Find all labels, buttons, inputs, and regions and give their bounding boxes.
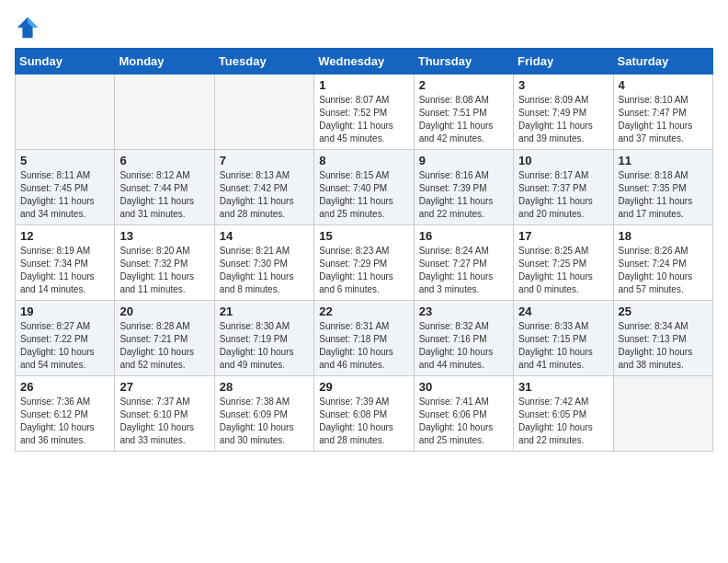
calendar-day-cell: 13Sunrise: 8:20 AM Sunset: 7:32 PM Dayli… [115, 225, 214, 301]
calendar-day-cell: 4Sunrise: 8:10 AM Sunset: 7:47 PM Daylig… [613, 75, 712, 150]
day-number: 4 [619, 78, 708, 92]
day-info: Sunrise: 8:23 AM Sunset: 7:29 PM Dayligh… [319, 245, 408, 296]
day-number: 30 [419, 380, 508, 394]
day-number: 9 [419, 154, 508, 167]
day-info: Sunrise: 8:34 AM Sunset: 7:13 PM Dayligh… [619, 320, 708, 372]
day-info: Sunrise: 8:21 AM Sunset: 7:30 PM Dayligh… [220, 245, 309, 296]
calendar-day-cell: 19Sunrise: 8:27 AM Sunset: 7:22 PM Dayli… [16, 301, 115, 376]
calendar-day-cell: 30Sunrise: 7:41 AM Sunset: 6:06 PM Dayli… [414, 376, 513, 452]
weekday-header-friday: Friday [514, 49, 613, 75]
day-number: 16 [419, 229, 508, 243]
calendar-day-cell: 26Sunrise: 7:36 AM Sunset: 6:12 PM Dayli… [16, 376, 115, 452]
logo [15, 15, 44, 40]
calendar-day-cell [115, 75, 214, 150]
day-number: 12 [20, 229, 109, 243]
weekday-header-saturday: Saturday [613, 49, 712, 75]
day-number: 31 [518, 380, 608, 394]
day-info: Sunrise: 7:39 AM Sunset: 6:08 PM Dayligh… [319, 396, 408, 447]
day-number: 25 [619, 304, 708, 318]
calendar-day-cell: 5Sunrise: 8:11 AM Sunset: 7:45 PM Daylig… [16, 150, 115, 225]
calendar-day-cell [214, 75, 313, 150]
calendar-day-cell: 12Sunrise: 8:19 AM Sunset: 7:34 PM Dayli… [16, 225, 115, 301]
day-info: Sunrise: 8:24 AM Sunset: 7:27 PM Dayligh… [419, 245, 508, 296]
day-number: 21 [220, 304, 309, 318]
day-number: 17 [518, 229, 608, 243]
day-number: 2 [419, 78, 508, 92]
calendar-day-cell [613, 376, 712, 452]
page-header [15, 15, 713, 40]
day-number: 14 [220, 229, 309, 243]
day-info: Sunrise: 8:09 AM Sunset: 7:49 PM Dayligh… [518, 94, 608, 145]
day-number: 13 [119, 229, 209, 243]
day-number: 23 [419, 304, 508, 318]
day-info: Sunrise: 7:38 AM Sunset: 6:09 PM Dayligh… [220, 396, 309, 447]
day-number: 10 [518, 154, 608, 167]
calendar-header-row: SundayMondayTuesdayWednesdayThursdayFrid… [16, 49, 713, 75]
day-info: Sunrise: 7:36 AM Sunset: 6:12 PM Dayligh… [20, 396, 109, 447]
day-info: Sunrise: 8:10 AM Sunset: 7:47 PM Dayligh… [619, 94, 708, 145]
calendar-day-cell: 11Sunrise: 8:18 AM Sunset: 7:35 PM Dayli… [613, 150, 712, 225]
day-number: 6 [119, 154, 209, 167]
day-info: Sunrise: 8:28 AM Sunset: 7:21 PM Dayligh… [119, 320, 209, 372]
calendar-day-cell: 16Sunrise: 8:24 AM Sunset: 7:27 PM Dayli… [414, 225, 513, 301]
calendar-day-cell: 31Sunrise: 7:42 AM Sunset: 6:05 PM Dayli… [514, 376, 613, 452]
calendar-week-row: 1Sunrise: 8:07 AM Sunset: 7:52 PM Daylig… [16, 75, 713, 150]
calendar-day-cell: 23Sunrise: 8:32 AM Sunset: 7:16 PM Dayli… [414, 301, 513, 376]
day-number: 29 [319, 380, 408, 394]
day-number: 26 [20, 380, 109, 394]
day-number: 15 [319, 229, 408, 243]
day-number: 27 [119, 380, 209, 394]
day-number: 22 [319, 304, 408, 318]
day-info: Sunrise: 8:17 AM Sunset: 7:37 PM Dayligh… [518, 169, 608, 221]
day-info: Sunrise: 8:18 AM Sunset: 7:35 PM Dayligh… [619, 169, 708, 221]
calendar-day-cell: 9Sunrise: 8:16 AM Sunset: 7:39 PM Daylig… [414, 150, 513, 225]
day-info: Sunrise: 8:19 AM Sunset: 7:34 PM Dayligh… [20, 245, 109, 296]
calendar-day-cell: 15Sunrise: 8:23 AM Sunset: 7:29 PM Dayli… [314, 225, 414, 301]
day-info: Sunrise: 8:33 AM Sunset: 7:15 PM Dayligh… [518, 320, 608, 372]
day-number: 18 [619, 229, 708, 243]
calendar-day-cell: 27Sunrise: 7:37 AM Sunset: 6:10 PM Dayli… [115, 376, 214, 452]
weekday-header-wednesday: Wednesday [314, 49, 414, 75]
logo-icon [15, 15, 40, 40]
day-number: 11 [619, 154, 708, 167]
day-number: 19 [20, 304, 109, 318]
day-info: Sunrise: 8:25 AM Sunset: 7:25 PM Dayligh… [518, 245, 608, 296]
calendar-day-cell: 6Sunrise: 8:12 AM Sunset: 7:44 PM Daylig… [115, 150, 214, 225]
day-info: Sunrise: 8:07 AM Sunset: 7:52 PM Dayligh… [319, 94, 408, 145]
day-number: 5 [20, 154, 109, 167]
calendar-day-cell: 10Sunrise: 8:17 AM Sunset: 7:37 PM Dayli… [514, 150, 613, 225]
calendar-day-cell: 14Sunrise: 8:21 AM Sunset: 7:30 PM Dayli… [214, 225, 313, 301]
calendar-day-cell: 24Sunrise: 8:33 AM Sunset: 7:15 PM Dayli… [514, 301, 613, 376]
day-info: Sunrise: 8:30 AM Sunset: 7:19 PM Dayligh… [220, 320, 309, 372]
calendar-week-row: 12Sunrise: 8:19 AM Sunset: 7:34 PM Dayli… [16, 225, 713, 301]
day-info: Sunrise: 8:26 AM Sunset: 7:24 PM Dayligh… [619, 245, 708, 296]
day-number: 7 [220, 154, 309, 167]
calendar-week-row: 19Sunrise: 8:27 AM Sunset: 7:22 PM Dayli… [16, 301, 713, 376]
calendar-table: SundayMondayTuesdayWednesdayThursdayFrid… [15, 48, 713, 452]
calendar-day-cell: 29Sunrise: 7:39 AM Sunset: 6:08 PM Dayli… [314, 376, 414, 452]
day-info: Sunrise: 8:11 AM Sunset: 7:45 PM Dayligh… [20, 169, 109, 221]
calendar-day-cell [16, 75, 115, 150]
calendar-day-cell: 22Sunrise: 8:31 AM Sunset: 7:18 PM Dayli… [314, 301, 414, 376]
weekday-header-thursday: Thursday [414, 49, 513, 75]
calendar-day-cell: 25Sunrise: 8:34 AM Sunset: 7:13 PM Dayli… [613, 301, 712, 376]
calendar-day-cell: 2Sunrise: 8:08 AM Sunset: 7:51 PM Daylig… [414, 75, 513, 150]
day-number: 24 [518, 304, 608, 318]
day-info: Sunrise: 7:41 AM Sunset: 6:06 PM Dayligh… [419, 396, 508, 447]
day-number: 3 [518, 78, 608, 92]
day-info: Sunrise: 8:20 AM Sunset: 7:32 PM Dayligh… [119, 245, 209, 296]
calendar-day-cell: 8Sunrise: 8:15 AM Sunset: 7:40 PM Daylig… [314, 150, 414, 225]
day-info: Sunrise: 7:42 AM Sunset: 6:05 PM Dayligh… [518, 396, 608, 447]
weekday-header-sunday: Sunday [16, 49, 115, 75]
day-info: Sunrise: 8:31 AM Sunset: 7:18 PM Dayligh… [319, 320, 408, 372]
day-info: Sunrise: 8:32 AM Sunset: 7:16 PM Dayligh… [419, 320, 508, 372]
day-info: Sunrise: 8:27 AM Sunset: 7:22 PM Dayligh… [20, 320, 109, 372]
day-info: Sunrise: 8:15 AM Sunset: 7:40 PM Dayligh… [319, 169, 408, 221]
calendar-day-cell: 28Sunrise: 7:38 AM Sunset: 6:09 PM Dayli… [214, 376, 313, 452]
day-info: Sunrise: 8:13 AM Sunset: 7:42 PM Dayligh… [220, 169, 309, 221]
calendar-day-cell: 21Sunrise: 8:30 AM Sunset: 7:19 PM Dayli… [214, 301, 313, 376]
calendar-day-cell: 7Sunrise: 8:13 AM Sunset: 7:42 PM Daylig… [214, 150, 313, 225]
calendar-day-cell: 20Sunrise: 8:28 AM Sunset: 7:21 PM Dayli… [115, 301, 214, 376]
day-number: 8 [319, 154, 408, 167]
day-number: 28 [220, 380, 309, 394]
